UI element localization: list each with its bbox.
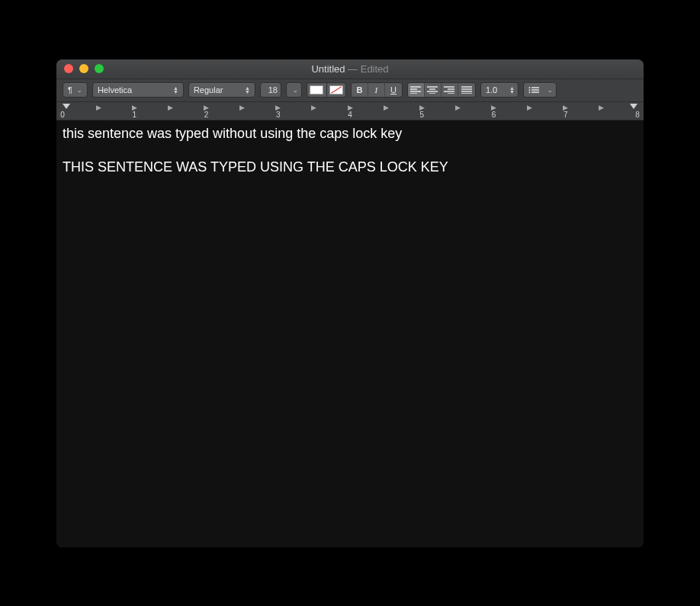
tab-stop-marker[interactable]: ▶ [384, 104, 389, 111]
svg-point-17 [528, 87, 530, 88]
align-justify-icon [461, 86, 472, 94]
tab-stop-marker[interactable]: ▶ [275, 104, 281, 111]
font-family-select[interactable]: Helvetica ▲▼ [92, 82, 184, 98]
font-weight-value: Regular [194, 85, 223, 95]
highlight-color-swatch[interactable] [326, 82, 346, 98]
tab-stop-marker[interactable]: ▶ [527, 104, 532, 111]
svg-point-19 [528, 89, 530, 91]
document-name: Untitled [311, 63, 345, 75]
document-line: this sentence was typed without using th… [63, 125, 637, 143]
paragraph-style-menu[interactable]: ¶ ⌄ [63, 82, 88, 98]
ruler-number: 2 [204, 111, 209, 119]
font-size-field[interactable]: 18 [260, 82, 281, 98]
underline-button[interactable]: U [385, 83, 402, 97]
tab-stop-marker[interactable]: ▶ [491, 104, 496, 111]
tab-stop-marker[interactable]: ▶ [348, 104, 353, 111]
tab-stop-marker[interactable]: ▶ [132, 104, 137, 111]
ruler-number: 3 [276, 111, 281, 119]
textedit-window: Untitled — Edited ¶ ⌄ Helvetica ▲▼ Regul… [56, 59, 644, 547]
align-center-icon [427, 86, 438, 94]
no-highlight-icon [329, 85, 343, 95]
line-spacing-select[interactable]: 1.0 ▲▼ [480, 82, 519, 98]
window-title: Untitled — Edited [56, 63, 644, 75]
ruler-number: 8 [635, 111, 640, 119]
white-swatch-icon [310, 85, 323, 95]
ruler-number: 1 [132, 111, 136, 119]
font-size-value: 18 [268, 85, 278, 95]
font-weight-select[interactable]: Regular ▲▼ [188, 82, 255, 98]
pilcrow-icon: ¶ [68, 85, 72, 95]
tab-stop-marker[interactable]: ▶ [311, 104, 316, 111]
ruler[interactable]: 012345678▶▶▶▶▶▶▶▶▶▶▶▶▶▶▶ [56, 102, 644, 120]
tab-stop-marker[interactable]: ▶ [96, 104, 101, 111]
list-style-menu[interactable]: ⌄ [523, 82, 557, 98]
align-left-icon [410, 86, 421, 94]
font-size-stepper[interactable]: ⌄ [286, 82, 302, 98]
align-right-button[interactable] [442, 83, 458, 97]
document-body[interactable]: this sentence was typed without using th… [56, 120, 644, 547]
svg-marker-24 [630, 104, 637, 109]
ruler-number: 6 [492, 111, 496, 119]
italic-button[interactable]: I [368, 83, 385, 97]
ruler-number: 0 [60, 111, 65, 119]
alignment-group [407, 82, 476, 98]
align-right-icon [444, 86, 454, 94]
text-style-group: B I U [351, 82, 403, 98]
ruler-number: 4 [348, 111, 352, 119]
font-family-value: Helvetica [98, 85, 132, 95]
color-swatches [307, 82, 346, 98]
close-icon[interactable] [64, 64, 73, 73]
tab-stop-marker[interactable]: ▶ [563, 104, 568, 111]
text-color-swatch[interactable] [307, 82, 326, 98]
titlebar[interactable]: Untitled — Edited [56, 59, 644, 79]
zoom-icon[interactable] [95, 64, 104, 73]
chevron-down-icon: ⌄ [293, 87, 298, 94]
tab-stop-marker[interactable]: ▶ [239, 104, 245, 111]
tab-stop-marker[interactable]: ▶ [455, 104, 461, 111]
svg-marker-23 [63, 104, 70, 109]
line-spacing-value: 1.0 [486, 85, 497, 95]
updown-icon: ▲▼ [245, 86, 250, 94]
tab-stop-marker[interactable]: ▶ [168, 104, 173, 111]
align-justify-button[interactable] [458, 83, 475, 97]
tab-stop-marker[interactable]: ▶ [419, 104, 425, 111]
ruler-track: 012345678▶▶▶▶▶▶▶▶▶▶▶▶▶▶▶ [63, 102, 637, 120]
document-status: — Edited [348, 63, 388, 75]
svg-line-0 [331, 87, 341, 93]
svg-point-21 [528, 91, 530, 93]
tab-stop-marker[interactable]: ▶ [599, 104, 604, 111]
window-controls [56, 64, 104, 73]
formatting-toolbar: ¶ ⌄ Helvetica ▲▼ Regular ▲▼ 18 ⌄ [56, 79, 644, 102]
tab-stop-marker[interactable]: ▶ [204, 104, 209, 111]
updown-icon: ▲▼ [509, 86, 515, 94]
chevron-down-icon: ⌄ [77, 87, 82, 94]
list-icon [528, 86, 539, 94]
ruler-number: 5 [419, 111, 424, 119]
bold-button[interactable]: B [352, 83, 368, 97]
align-center-button[interactable] [425, 83, 442, 97]
chevron-down-icon: ⌄ [547, 87, 553, 94]
updown-icon: ▲▼ [173, 86, 178, 94]
ruler-number: 7 [564, 111, 568, 119]
minimize-icon[interactable] [79, 64, 88, 73]
document-line: THIS SENTENCE WAS TYPED USING THE CAPS L… [63, 159, 637, 176]
align-left-button[interactable] [408, 83, 425, 97]
